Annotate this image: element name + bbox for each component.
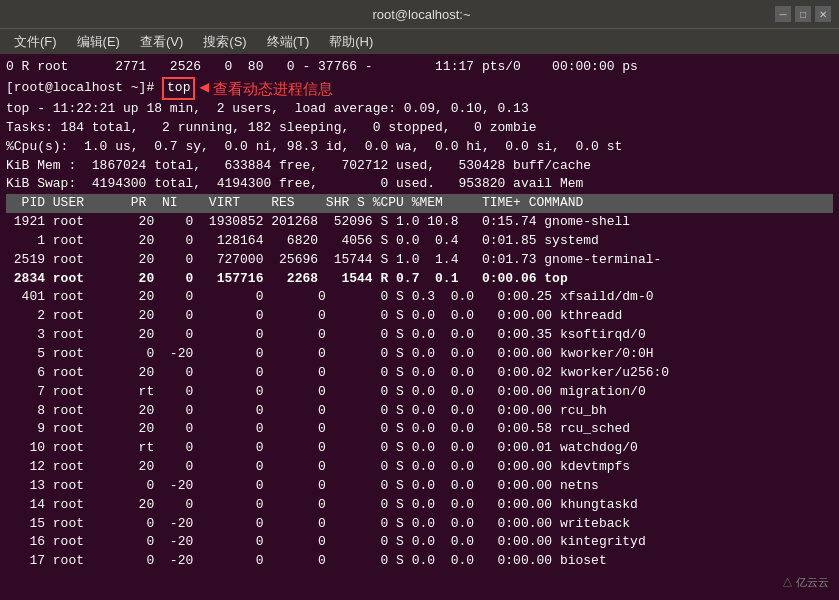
table-row: 15 root 0 -20 0 0 0 S 0.0 0.0 0:00.00 wr…: [6, 515, 833, 534]
menubar: 文件(F) 编辑(E) 查看(V) 搜索(S) 终端(T) 帮助(H): [0, 28, 839, 54]
watermark: △ 亿云云: [782, 575, 829, 590]
table-row: 2834 root 20 0 157716 2268 1544 R 0.7 0.…: [6, 270, 833, 289]
titlebar: root@localhost:~ ─ □ ✕: [0, 0, 839, 28]
top-header-1: top - 11:22:21 up 18 min, 2 users, load …: [6, 100, 833, 119]
top-header-2: Tasks: 184 total, 2 running, 182 sleepin…: [6, 119, 833, 138]
arrow-icon: ◀: [199, 77, 209, 100]
annotation-text: 查看动态进程信息: [213, 78, 333, 100]
prompt-line: [root@localhost ~]# top ◀ 查看动态进程信息: [6, 77, 833, 100]
ps-output-line: 0 R root 2771 2526 0 80 0 - 37766 - 11:1…: [6, 58, 833, 77]
maximize-button[interactable]: □: [795, 6, 811, 22]
menu-help[interactable]: 帮助(H): [319, 31, 383, 53]
menu-search[interactable]: 搜索(S): [193, 31, 256, 53]
top-header-5: KiB Swap: 4194300 total, 4194300 free, 0…: [6, 175, 833, 194]
table-row: 17 root 0 -20 0 0 0 S 0.0 0.0 0:00.00 bi…: [6, 552, 833, 571]
table-row: 1921 root 20 0 1930852 201268 52096 S 1.…: [6, 213, 833, 232]
table-row: 14 root 20 0 0 0 0 S 0.0 0.0 0:00.00 khu…: [6, 496, 833, 515]
menu-view[interactable]: 查看(V): [130, 31, 193, 53]
table-row: 1 root 20 0 128164 6820 4056 S 0.0 0.4 0…: [6, 232, 833, 251]
top-header-3: %Cpu(s): 1.0 us, 0.7 sy, 0.0 ni, 98.3 id…: [6, 138, 833, 157]
table-row: 401 root 20 0 0 0 0 S 0.3 0.0 0:00.25 xf…: [6, 288, 833, 307]
window-controls[interactable]: ─ □ ✕: [775, 6, 831, 22]
table-row: 5 root 0 -20 0 0 0 S 0.0 0.0 0:00.00 kwo…: [6, 345, 833, 364]
top-header-4: KiB Mem : 1867024 total, 633884 free, 70…: [6, 157, 833, 176]
command-box: top: [162, 77, 195, 100]
column-header: PID USER PR NI VIRT RES SHR S %CPU %MEM …: [6, 194, 833, 213]
table-row: 16 root 0 -20 0 0 0 S 0.0 0.0 0:00.00 ki…: [6, 533, 833, 552]
table-row: 3 root 20 0 0 0 0 S 0.0 0.0 0:00.35 ksof…: [6, 326, 833, 345]
table-row: 13 root 0 -20 0 0 0 S 0.0 0.0 0:00.00 ne…: [6, 477, 833, 496]
close-button[interactable]: ✕: [815, 6, 831, 22]
menu-terminal[interactable]: 终端(T): [257, 31, 320, 53]
prompt-text: [root@localhost ~]#: [6, 79, 162, 98]
menu-edit[interactable]: 编辑(E): [67, 31, 130, 53]
menu-file[interactable]: 文件(F): [4, 31, 67, 53]
terminal-window: root@localhost:~ ─ □ ✕ 文件(F) 编辑(E) 查看(V)…: [0, 0, 839, 600]
table-row: 12 root 20 0 0 0 0 S 0.0 0.0 0:00.00 kde…: [6, 458, 833, 477]
table-row: 8 root 20 0 0 0 0 S 0.0 0.0 0:00.00 rcu_…: [6, 402, 833, 421]
minimize-button[interactable]: ─: [775, 6, 791, 22]
table-row: 9 root 20 0 0 0 0 S 0.0 0.0 0:00.58 rcu_…: [6, 420, 833, 439]
table-row: 10 root rt 0 0 0 0 S 0.0 0.0 0:00.01 wat…: [6, 439, 833, 458]
process-table: 1921 root 20 0 1930852 201268 52096 S 1.…: [6, 213, 833, 571]
table-row: 7 root rt 0 0 0 0 S 0.0 0.0 0:00.00 migr…: [6, 383, 833, 402]
window-title: root@localhost:~: [68, 7, 775, 22]
table-row: 6 root 20 0 0 0 0 S 0.0 0.0 0:00.02 kwor…: [6, 364, 833, 383]
table-row: 2519 root 20 0 727000 25696 15744 S 1.0 …: [6, 251, 833, 270]
table-row: 2 root 20 0 0 0 0 S 0.0 0.0 0:00.00 kthr…: [6, 307, 833, 326]
terminal-content: 0 R root 2771 2526 0 80 0 - 37766 - 11:1…: [0, 54, 839, 600]
